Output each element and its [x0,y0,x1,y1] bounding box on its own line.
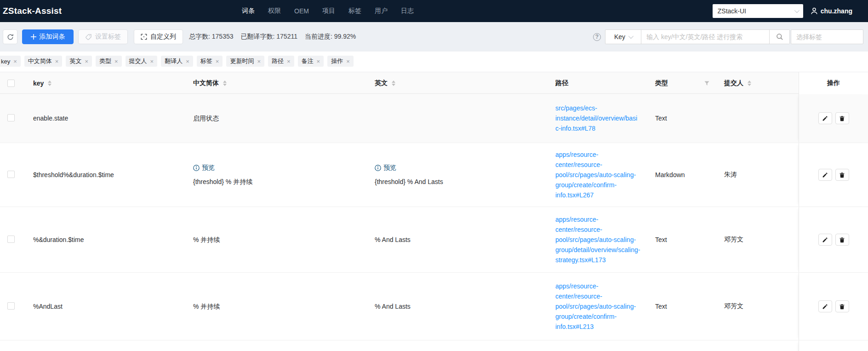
sort-icon[interactable] [392,81,395,86]
tag-select-input[interactable] [791,29,863,44]
refresh-icon [7,34,14,40]
table-row[interactable]: apps/resource- [0,340,868,351]
custom-columns-button[interactable]: 自定义列 [134,29,183,44]
app-header: ZStack-Assist 词条 权限 OEM 项目 标签 用户 日志 ZSta… [0,0,868,22]
nav-item-tags[interactable]: 标签 [348,7,361,15]
stat-total-words: 总字数: 175353 [189,33,234,41]
cell-submitter: 邓芳文 [717,236,799,244]
column-filter-chips: key 中文简体 英文 类型 提交人 翻译人 标签 更新时间 路径 备注 操作 [0,52,868,72]
nav-item-oem[interactable]: OEM [294,7,309,15]
edit-button[interactable] [818,112,832,124]
sort-icon[interactable] [748,81,751,86]
cell-key: %AndLast [26,303,186,310]
chip-actions[interactable]: 操作 [327,56,354,67]
info-icon [193,165,200,171]
search-field-select[interactable]: Key [605,30,641,44]
trash-icon [839,115,845,121]
column-header-type[interactable]: 类型 [648,72,717,94]
delete-button[interactable] [835,112,849,124]
sort-icon[interactable] [223,81,227,86]
search-input[interactable] [641,30,769,44]
cell-actions [799,340,868,351]
chip-translator[interactable]: 翻译人 [161,56,193,67]
nav-item-projects[interactable]: 项目 [322,7,335,15]
cell-en: % And Lasts [375,235,541,244]
close-icon[interactable] [150,58,154,64]
chip-remark[interactable]: 备注 [298,56,324,67]
table-row[interactable]: %&duration.$time % 并持续 % And Lasts apps/… [0,207,868,273]
close-icon[interactable] [85,58,88,64]
close-icon[interactable] [13,58,17,64]
filter-icon[interactable] [704,81,709,86]
close-icon[interactable] [317,58,320,64]
path-link[interactable]: apps/resource-center/resource-pool/src/p… [555,150,640,200]
cell-en: 预览 {threshold} % And Lasts [367,164,548,186]
close-icon[interactable] [257,58,261,64]
close-icon[interactable] [55,58,59,64]
row-checkbox[interactable] [7,236,15,243]
nav-item-permissions[interactable]: 权限 [268,7,281,15]
row-checkbox[interactable] [7,114,15,121]
select-all-checkbox[interactable] [7,80,15,87]
column-header-key[interactable]: key [26,72,186,94]
search-combo: Key [605,29,790,44]
column-header-en[interactable]: 英文 [367,72,548,94]
row-checkbox[interactable] [7,302,15,310]
close-icon[interactable] [114,58,118,64]
user-menu[interactable]: chu.zhang [811,7,852,15]
nav-item-entries[interactable]: 词条 [242,7,255,15]
table-row[interactable]: $threshold%&duration.$time 预览 {threshold… [0,143,868,207]
close-icon[interactable] [287,58,291,64]
trash-icon [839,237,845,243]
table-row[interactable]: %AndLast % 并持续 % And Lasts apps/resource… [0,273,868,340]
chip-en[interactable]: 英文 [66,56,92,67]
nav-item-logs[interactable]: 日志 [401,7,414,15]
row-checkbox[interactable] [7,171,15,178]
chip-key[interactable]: key [0,56,21,67]
stat-progress: 当前进度: 99.92% [305,33,356,41]
chip-submitter[interactable]: 提交人 [126,56,158,67]
entries-table: key 中文简体 英文 路径 类型 提交人 操作 enable.state 启用… [0,72,868,351]
main-nav: 词条 权限 OEM 项目 标签 用户 日志 [242,0,414,22]
pencil-icon [822,172,828,178]
column-header-submitter[interactable]: 提交人 [717,72,799,94]
close-icon[interactable] [346,58,350,64]
delete-button[interactable] [835,300,849,312]
chip-type[interactable]: 类型 [96,56,122,67]
chip-zh[interactable]: 中文简体 [24,56,63,67]
path-link[interactable]: apps/resource-center/resource-pool/src/p… [555,281,640,332]
cell-submitter: 邓芳文 [717,302,799,311]
delete-button[interactable] [835,234,849,246]
cell-zh: % 并持续 [193,302,360,311]
zh-preview-link[interactable]: 预览 [193,164,360,172]
nav-item-users[interactable]: 用户 [375,7,388,15]
refresh-button[interactable] [3,29,17,44]
cell-actions [799,207,868,272]
trash-icon [839,172,845,178]
add-entry-button[interactable]: 添加词条 [22,29,74,44]
user-icon [811,7,818,15]
help-icon[interactable]: ? [593,33,601,41]
account-area: ZStack-UI chu.zhang [713,0,852,22]
edit-button[interactable] [818,300,832,312]
edit-button[interactable] [818,234,832,246]
stat-translated-words: 已翻译字数: 175211 [241,33,297,41]
cell-actions [799,94,868,143]
chip-tag[interactable]: 标签 [197,56,223,67]
column-header-zh[interactable]: 中文简体 [186,72,367,94]
search-button[interactable] [769,30,789,44]
delete-button[interactable] [835,169,849,181]
cell-submitter: 朱涛 [717,171,799,179]
table-row[interactable]: enable.state 启用状态 src/pages/ecs-instance… [0,94,868,143]
edit-button[interactable] [818,169,832,181]
path-link[interactable]: src/pages/ecs-instance/detail/overview/b… [555,103,640,133]
sort-icon[interactable] [48,81,51,86]
close-icon[interactable] [186,58,189,64]
chip-updated-time[interactable]: 更新时间 [226,56,264,67]
path-link[interactable]: apps/resource-center/resource-pool/src/p… [555,214,640,265]
project-select[interactable]: ZStack-UI [713,4,803,18]
chip-path[interactable]: 路径 [268,56,294,67]
close-icon[interactable] [216,58,219,64]
cell-type: Text [648,115,717,122]
en-preview-link[interactable]: 预览 [375,164,541,172]
